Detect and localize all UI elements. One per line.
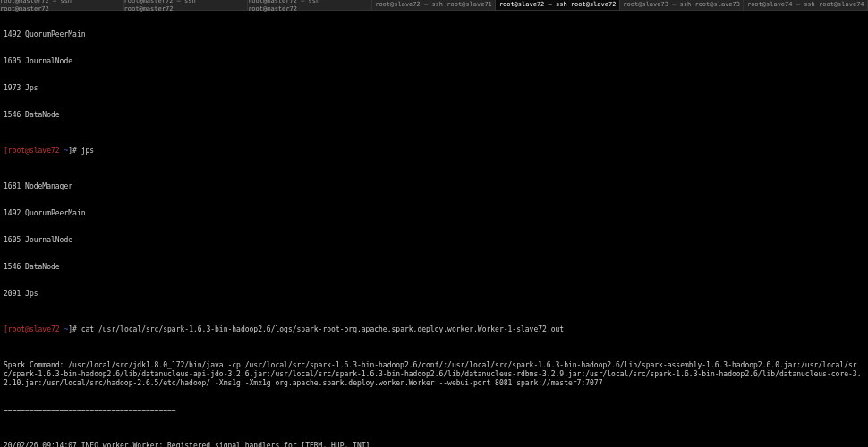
tab-4[interactable]: root@slave72 — ssh root@slave72 bbox=[496, 0, 620, 10]
tab-2[interactable]: root@master72 — ssh root@master72 bbox=[248, 0, 372, 10]
tab-3[interactable]: root@slave72 — ssh root@slave71 bbox=[372, 0, 497, 10]
prompt-user: [root@slave72 bbox=[4, 147, 64, 156]
prompt-command: ]# cat /usr/local/src/spark-1.6.3-bin-ha… bbox=[68, 325, 564, 334]
tab-bar: root@master72 — ssh root@master72 root@m… bbox=[0, 0, 868, 11]
tab-6[interactable]: root@slave74 — ssh root@slave74 bbox=[744, 0, 868, 10]
shell-prompt: [root@slave72 ~]# jps bbox=[4, 147, 864, 156]
jps-line: 1681 NodeManager bbox=[4, 182, 864, 191]
jps-line: 1492 QuorumPeerMain bbox=[4, 30, 864, 39]
tab-0[interactable]: root@master72 — ssh root@master72 bbox=[0, 0, 124, 10]
jps-line: 1973 Jps bbox=[4, 84, 864, 93]
jps-line: 1546 DataNode bbox=[4, 111, 864, 120]
jps-line: 1492 QuorumPeerMain bbox=[4, 209, 864, 218]
jps-line: 1605 JournalNode bbox=[4, 236, 864, 245]
jps-line: 2091 Jps bbox=[4, 290, 864, 299]
jps-line: 1605 JournalNode bbox=[4, 57, 864, 66]
tab-1[interactable]: root@master72 — ssh root@master72 bbox=[124, 0, 249, 10]
separator-line: ======================================== bbox=[4, 406, 864, 415]
tab-5[interactable]: root@slave73 — ssh root@slave73 bbox=[620, 0, 745, 10]
log-line: 20/02/26 09:14:07 INFO worker.Worker: Re… bbox=[4, 442, 864, 447]
spark-command-line: Spark Command: /usr/local/src/jdk1.8.0_1… bbox=[4, 361, 864, 388]
prompt-user: [root@slave72 bbox=[4, 325, 64, 334]
terminal-output[interactable]: 1492 QuorumPeerMain 1605 JournalNode 197… bbox=[0, 11, 868, 447]
log-output: 20/02/26 09:14:07 INFO worker.Worker: Re… bbox=[4, 442, 864, 447]
prompt-command: ]# jps bbox=[68, 147, 94, 156]
shell-prompt: [root@slave72 ~]# cat /usr/local/src/spa… bbox=[4, 325, 864, 334]
jps-line: 1546 DataNode bbox=[4, 263, 864, 272]
